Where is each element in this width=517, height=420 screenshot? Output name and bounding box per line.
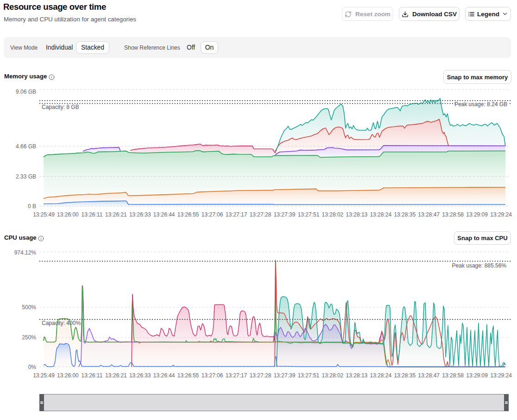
svg-text:13:26:33: 13:26:33	[129, 372, 151, 379]
svg-text:13:27:06: 13:27:06	[202, 372, 223, 379]
svg-text:13:28:24: 13:28:24	[370, 372, 391, 379]
svg-text:13:29:09: 13:29:09	[466, 372, 488, 379]
svg-text:13:26:11: 13:26:11	[81, 372, 102, 379]
svg-text:13:28:35: 13:28:35	[394, 372, 416, 379]
svg-text:974.12%: 974.12%	[14, 249, 37, 256]
svg-text:13:29:24: 13:29:24	[490, 372, 512, 379]
svg-text:Capacity: 400%: Capacity: 400%	[42, 320, 81, 326]
svg-text:13:27:17: 13:27:17	[226, 372, 247, 379]
svg-text:13:28:58: 13:28:58	[442, 372, 464, 379]
svg-text:13:27:39: 13:27:39	[274, 372, 296, 379]
svg-text:13:27:28: 13:27:28	[250, 372, 271, 379]
svg-text:0%: 0%	[28, 364, 37, 370]
svg-text:250%: 250%	[22, 334, 36, 341]
svg-text:13:26:00: 13:26:00	[57, 372, 79, 379]
svg-text:500%: 500%	[22, 304, 36, 311]
svg-text:13:26:21: 13:26:21	[105, 372, 127, 379]
svg-text:13:25:49: 13:25:49	[33, 372, 55, 379]
svg-text:Peak usage: 885.56%: Peak usage: 885.56%	[452, 262, 507, 269]
svg-text:13:26:55: 13:26:55	[177, 372, 199, 379]
svg-text:13:26:44: 13:26:44	[153, 372, 175, 379]
svg-text:13:27:51: 13:27:51	[298, 372, 320, 379]
svg-text:13:28:02: 13:28:02	[322, 372, 344, 379]
svg-text:13:28:13: 13:28:13	[346, 372, 368, 379]
svg-text:13:28:47: 13:28:47	[418, 372, 440, 379]
